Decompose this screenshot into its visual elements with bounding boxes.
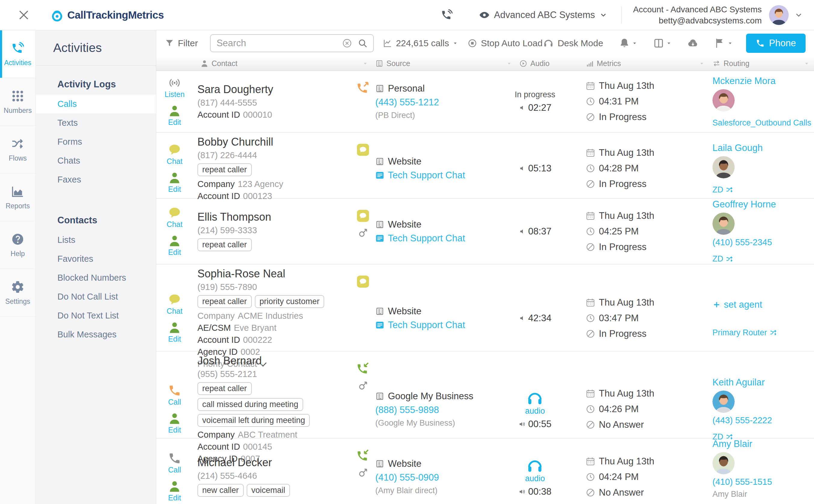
sidebar-item-help[interactable]: Help [0, 221, 35, 269]
nav-item-do-not-call-list[interactable]: Do Not Call List [36, 287, 156, 306]
routing-agent-link[interactable]: Laila Gough [713, 143, 763, 153]
call-action[interactable]: Call [168, 384, 181, 406]
sidebar-item-label: Flows [9, 154, 27, 162]
edit-action[interactable]: Edit [168, 321, 181, 343]
chevron-down-icon[interactable] [794, 11, 803, 20]
chatBubble-icon [168, 206, 181, 219]
close-icon[interactable] [17, 8, 31, 22]
routing-route-link[interactable]: ZD [713, 254, 734, 264]
filter-caret-icon[interactable] [362, 61, 368, 66]
sidebar-item-settings[interactable]: Settings [0, 269, 35, 317]
clear-search-icon[interactable] [342, 38, 352, 48]
routing-agent-link[interactable]: Mckenzie Mora [713, 76, 776, 86]
metric-time: 04:26 PM [585, 404, 713, 415]
nav-item-lists[interactable]: Lists [36, 231, 156, 249]
call-action[interactable]: Call [168, 452, 181, 474]
calls-count-dropdown[interactable]: 224,615 calls [383, 38, 458, 48]
metric-date: Thu Aug 13th [585, 147, 713, 158]
source-chat-link[interactable]: Tech Support Chat [375, 170, 501, 181]
contact-field-label: Account ID [197, 335, 240, 345]
audio-player[interactable]: audio [525, 457, 545, 483]
source-phone-link[interactable]: (410) 555-0909 [375, 472, 501, 483]
softphone-icon[interactable] [440, 9, 453, 21]
filter-caret-icon[interactable] [506, 61, 512, 66]
routing-phone-link[interactable]: (443) 555-2222 [713, 415, 772, 425]
user-avatar[interactable] [769, 5, 789, 25]
nav-section-header: Contacts [36, 210, 156, 231]
account-name: Account - Advanced ABC Systems [633, 4, 762, 15]
contact-field: CompanyACME Industries [197, 311, 345, 321]
routing-agent-link[interactable]: Keith Aguilar [713, 377, 765, 388]
routing-route-label: Primary Router [713, 328, 767, 337]
filter-caret-icon[interactable] [699, 61, 705, 66]
nav-item-calls[interactable]: Calls [36, 95, 156, 113]
audio-player[interactable]: audio [525, 389, 545, 416]
contact-field-label: Company [197, 179, 235, 189]
routing-route-link[interactable]: Primary Router [713, 328, 777, 337]
sidebar-item-flows[interactable]: Flows [0, 126, 35, 174]
audio-duration: 42:34 [519, 313, 552, 324]
routing-agent-link[interactable]: Geoffrey Horne [713, 199, 776, 210]
routing-phone-link[interactable]: (410) 555-1515 [713, 477, 772, 487]
search-input[interactable] [216, 38, 342, 49]
flag-button[interactable] [714, 38, 733, 49]
source-chat-label: Tech Support Chat [388, 233, 465, 244]
table-row: CallEditJosh Bernard(955) 555-2121repeat… [156, 352, 814, 439]
app-window: CallTrackingMetrics Advanced ABC Systems… [0, 0, 814, 504]
routing-route-link[interactable]: ZD [713, 185, 734, 195]
set-agent-action[interactable]: set agent [713, 299, 762, 310]
sidebar-item-label: Numbers [4, 107, 32, 115]
source-phone-link[interactable]: (888) 555-9898 [375, 405, 501, 415]
sidebar-item-activities[interactable]: Activities [0, 30, 35, 78]
edit-action[interactable]: Edit [168, 234, 181, 257]
sidebar-item-reports[interactable]: Reports [0, 174, 35, 221]
edit-action[interactable]: Edit [168, 412, 181, 434]
account-switcher[interactable]: Advanced ABC Systems [479, 10, 607, 20]
nav-item-blocked-numbers[interactable]: Blocked Numbers [36, 268, 156, 287]
sidebar-item-label: Reports [6, 202, 30, 210]
edit-action[interactable]: Edit [168, 171, 181, 194]
edit-person-icon [168, 234, 181, 247]
filter-button[interactable]: Filter [165, 38, 198, 48]
nav-item-texts[interactable]: Texts [36, 113, 156, 132]
search-icon[interactable] [358, 38, 368, 48]
chat-action[interactable]: Chat [167, 293, 183, 315]
nav-item-favorites[interactable]: Favorites [36, 249, 156, 268]
routing-route-link[interactable]: Salesforce_Outbound Calls [713, 118, 814, 128]
nav-item-forms[interactable]: Forms [36, 132, 156, 151]
phone-button[interactable]: Phone [746, 34, 806, 53]
sidebar-item-numbers[interactable]: Numbers [0, 78, 35, 126]
metric-status: In Progress [585, 328, 713, 339]
source-title: Website [375, 219, 501, 230]
export-button[interactable] [687, 38, 699, 49]
contact-name: Michael Decker [197, 456, 345, 469]
source-chat-link[interactable]: Tech Support Chat [375, 320, 501, 330]
main-content: Filter 224,615 calls Stop Auto Load [156, 30, 814, 504]
toolbar: Filter 224,615 calls Stop Auto Load [156, 30, 814, 56]
chat-action[interactable]: Chat [167, 143, 183, 166]
source-chat-link[interactable]: Tech Support Chat [375, 233, 501, 244]
edit-action[interactable]: Edit [168, 480, 181, 502]
nav-item-bulk-messages[interactable]: Bulk Messages [36, 325, 156, 344]
listen-action[interactable]: Listen [165, 76, 185, 99]
audio-player-label: audio [525, 474, 545, 483]
column-routing: Routing [713, 56, 749, 71]
app-logo[interactable]: CallTrackingMetrics [50, 8, 164, 22]
filter-caret-icon[interactable] [804, 61, 809, 66]
page-title: Activities [36, 30, 156, 66]
notifications-button[interactable] [619, 38, 637, 49]
columns-button[interactable] [653, 38, 672, 49]
routing-phone-link[interactable]: (410) 555-2345 [713, 237, 772, 247]
contact-tag: repeat caller [197, 238, 252, 251]
nav-item-chats[interactable]: Chats [36, 151, 156, 170]
chat-action[interactable]: Chat [167, 206, 183, 229]
stop-auto-load-button[interactable]: Stop Auto Load [467, 38, 542, 48]
nav-item-faxes[interactable]: Faxes [36, 170, 156, 189]
table-row: ListenEditSara Dougherty(817) 444-5555Ac… [156, 71, 814, 133]
desk-mode-button[interactable]: Desk Mode [543, 38, 603, 49]
routing-agent-link[interactable]: Amy Blair [713, 439, 752, 449]
source-type-icon [375, 392, 384, 401]
edit-action[interactable]: Edit [168, 104, 181, 127]
source-phone-link[interactable]: (443) 555-1212 [375, 97, 501, 108]
nav-item-do-not-text-list[interactable]: Do Not Text List [36, 306, 156, 325]
